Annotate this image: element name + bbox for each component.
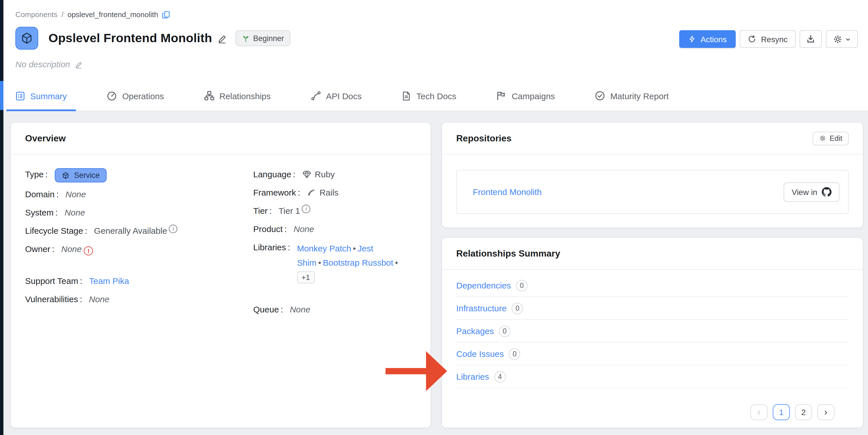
tab-label: Relationships: [219, 91, 271, 101]
rails-icon: [307, 188, 316, 197]
libraries-link[interactable]: Libraries: [456, 372, 489, 381]
info-icon[interactable]: i: [302, 205, 311, 213]
breadcrumb-separator: /: [61, 10, 63, 19]
gear-icon: [819, 134, 826, 142]
tab-label: Summary: [30, 91, 67, 101]
repositories-card: Repositories Edit Frontend Monolith View…: [441, 122, 863, 228]
type-badge[interactable]: Service: [55, 168, 106, 182]
dependencies-link[interactable]: Dependencies: [456, 280, 511, 290]
warning-icon[interactable]: !: [84, 246, 93, 255]
tab-label: Campaigns: [512, 91, 555, 101]
pagination-next-button[interactable]: ›: [817, 404, 834, 420]
chevron-right-icon: ›: [824, 407, 827, 416]
field-row-lifecycle: Lifecycle Stage Generally Availablei: [25, 225, 253, 237]
pagination-prev-button[interactable]: ‹: [750, 404, 768, 420]
field-row-vulnerabilities: Vulnerabilities None: [25, 293, 253, 306]
sidebar-active-indicator: [0, 81, 3, 110]
count-badge: 0: [499, 325, 510, 337]
chevron-down-icon: [845, 36, 851, 42]
level-badge: Beginner: [236, 30, 290, 46]
field-row-tier: Tier Tier 1i: [253, 205, 416, 217]
level-badge-label: Beginner: [253, 34, 284, 42]
seedling-icon: [242, 34, 250, 42]
page-body: Components / opslevel_frontend_monolith: [3, 0, 868, 435]
tab-tech-docs[interactable]: Tech Docs: [392, 81, 465, 111]
relationships-summary-card: Relationships Summary Dependencies 0 Inf…: [441, 237, 863, 428]
tab-api-docs[interactable]: API Docs: [301, 81, 371, 111]
relationship-row-libraries: Libraries 4: [456, 366, 848, 388]
pagination-page-1[interactable]: 1: [773, 404, 790, 420]
tab-label: Operations: [122, 91, 164, 101]
description-row: No description: [16, 59, 83, 69]
field-row-product: Product None: [253, 223, 416, 236]
breadcrumb: Components / opslevel_frontend_monolith: [16, 10, 170, 19]
repositories-card-title: Repositories: [456, 133, 512, 144]
count-badge: 4: [494, 371, 505, 382]
title-row: Opslevel Frontend Monolith Beginner: [16, 27, 290, 50]
api-docs-route-icon: [311, 91, 321, 101]
infrastructure-link[interactable]: Infrastructure: [456, 303, 507, 313]
download-icon: [806, 34, 815, 44]
copy-icon[interactable]: [162, 10, 170, 19]
campaigns-flag-icon: [496, 91, 506, 101]
info-icon[interactable]: i: [169, 225, 177, 233]
library-link[interactable]: Monkey Patch: [297, 243, 351, 253]
cube-icon: [61, 171, 69, 179]
breadcrumb-root[interactable]: Components: [16, 10, 57, 19]
maturity-check-icon: [595, 91, 605, 101]
view-in-github-button[interactable]: View in: [784, 182, 839, 201]
component-detail-page: Components / opslevel_frontend_monolith: [0, 0, 868, 435]
more-libraries-chip[interactable]: +1: [297, 271, 314, 283]
edit-repositories-button[interactable]: Edit: [812, 131, 848, 145]
field-row-system: System None: [25, 207, 253, 219]
resync-button[interactable]: Resync: [740, 30, 796, 48]
tech-docs-file-icon: [402, 91, 411, 101]
pagination: ‹ 1 2 ›: [456, 388, 848, 420]
repository-link[interactable]: Frontend Monolith: [473, 187, 542, 197]
field-row-libraries: Libraries Monkey Patch•Jest Shim•Bootstr…: [253, 241, 416, 284]
description-text: No description: [16, 59, 70, 69]
relationship-row-infrastructure: Infrastructure 0: [456, 297, 848, 320]
settings-button[interactable]: [826, 30, 858, 48]
library-link[interactable]: Bootstrap Russbot: [323, 258, 393, 268]
field-row-queue: Queue None: [253, 303, 416, 316]
tab-maturity-report[interactable]: Maturity Report: [586, 81, 678, 111]
actions-button[interactable]: Actions: [680, 30, 736, 48]
count-badge: 0: [516, 280, 528, 291]
pagination-page-2[interactable]: 2: [795, 404, 812, 420]
count-badge: 0: [512, 303, 523, 314]
tab-label: Tech Docs: [416, 91, 456, 101]
overview-card: Overview Type Service D: [10, 122, 431, 428]
refresh-icon: [748, 35, 756, 43]
operations-gauge-icon: [106, 91, 117, 101]
overview-card-title: Overview: [11, 123, 431, 155]
breadcrumb-current: opslevel_frontend_monolith: [68, 10, 158, 19]
relationship-row-packages: Packages 0: [456, 320, 848, 343]
left-sidebar-edge: [0, 0, 3, 435]
tab-label: API Docs: [326, 91, 362, 101]
relationships-card-title: Relationships Summary: [442, 238, 863, 270]
tab-campaigns[interactable]: Campaigns: [487, 81, 564, 111]
packages-link[interactable]: Packages: [456, 326, 494, 336]
tab-summary[interactable]: Summary: [6, 81, 76, 111]
edit-title-pencil-icon[interactable]: [217, 33, 227, 43]
summary-list-icon: [16, 91, 25, 101]
field-row-type: Type Service: [25, 168, 253, 182]
field-row-support-team: Support Team Team Pika: [25, 275, 253, 287]
code-issues-link[interactable]: Code Issues: [456, 349, 504, 359]
count-badge: 0: [509, 348, 520, 360]
tab-bar: Summary Operations: [6, 81, 700, 111]
export-button[interactable]: [800, 30, 822, 48]
chevron-left-icon: ‹: [757, 407, 761, 416]
field-row-owner: Owner None!: [25, 243, 253, 255]
field-row-domain: Domain None: [25, 188, 253, 201]
edit-description-pencil-icon[interactable]: [75, 60, 83, 68]
relationship-row-dependencies: Dependencies 0: [456, 274, 848, 297]
github-icon: [822, 187, 832, 197]
tab-relationships[interactable]: Relationships: [195, 81, 280, 111]
field-row-framework: Framework Rails: [253, 186, 416, 199]
support-team-link[interactable]: Team Pika: [89, 275, 129, 287]
tab-operations[interactable]: Operations: [97, 81, 173, 111]
ruby-gem-icon: [302, 170, 311, 179]
repository-row: Frontend Monolith View in: [456, 170, 848, 214]
